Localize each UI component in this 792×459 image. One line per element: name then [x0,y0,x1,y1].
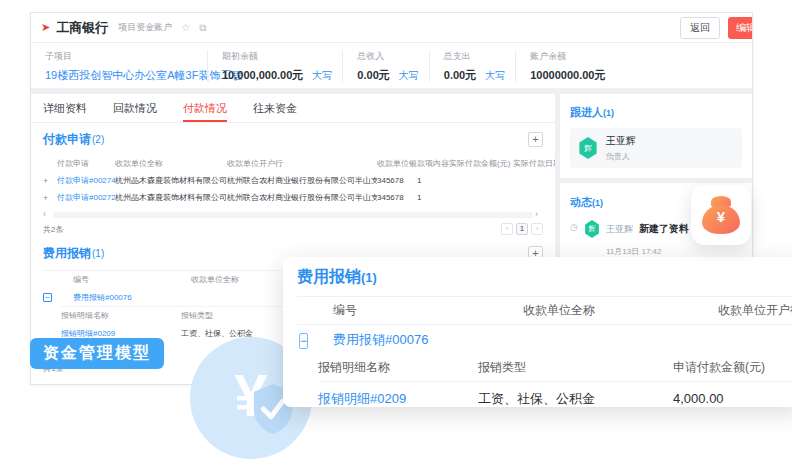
expand-column [43,155,57,172]
expense-link[interactable]: 费用报销#00076 [333,331,523,349]
cell-date [513,172,555,189]
section-count: (2) [92,134,104,145]
popup-table-header: 编号 收款单位全称 收款单位开户行 [297,296,792,325]
prev-page-button[interactable]: ‹ [501,223,513,235]
tab-fund-flows[interactable]: 往来资金 [253,94,297,122]
star-icon[interactable]: ☆ [181,22,190,33]
clock-icon: ◷ [570,222,584,257]
page-title: 工商银行 [56,19,108,37]
column-header: 收款单位全称 [523,297,718,324]
column-header: 编号 [333,297,523,324]
horizontal-scrollbar[interactable]: ‹ › [43,210,543,219]
detail-row: 报销明细#0209 工资、社保、公积金 4,000.00 [318,382,792,407]
summary-field-account-balance: 账户余额 10000000.00元 [515,50,615,82]
event-action: 新建了资料 [639,222,689,236]
avatar: 辉 [578,137,598,159]
share-icon[interactable]: ⧉ [199,22,206,34]
uppercase-link[interactable]: 大写 [485,70,505,81]
collapse-row-icon[interactable]: − [299,333,308,349]
total-income-value: 0.00元 [357,69,389,81]
column-header: 编号 [73,271,191,288]
add-payment-button[interactable]: + [528,132,543,147]
model-badge: 资金管理模型 [30,338,164,369]
column-header: 款项内容 [417,155,449,172]
page-number-button[interactable]: 1 [516,223,528,235]
summary-field-opening-balance: 期初余额 10,000,000.00元大写 [207,50,342,82]
payment-application-section: 付款申请 (2) + 付款申请 收款单位全称 收款单位开户行 收款单位银行账号 … [31,123,555,235]
payment-footer: 共2条 ‹ 1 › [43,223,543,235]
subproject-link[interactable]: 19楼西投创智中心办公室A幢3F装饰工程 [45,68,197,83]
scroll-left-icon[interactable]: ‹ [43,210,51,219]
expand-row-icon[interactable]: + [43,189,57,206]
field-label: 总支出 [444,50,505,63]
tab-payment-status[interactable]: 付款情况 [183,94,227,122]
follower-card[interactable]: 辉 王亚辉 负责人 [570,128,742,168]
expand-row-icon[interactable]: + [43,172,57,189]
scroll-right-icon[interactable]: › [535,210,543,219]
cell-content: 1 [417,172,449,189]
cell-content: 1 [417,189,449,206]
scrollbar-track[interactable] [53,212,533,218]
popup-count: (1) [361,270,377,285]
total-expense-value: 0.00元 [444,69,476,81]
column-header: 报销类型 [478,354,673,381]
column-header: 实际付款金额(元) [449,155,513,172]
section-header: 付款申请 (2) + [43,131,543,148]
column-header: 实际付款日期 [513,155,555,172]
column-header: 收款单位开户行 [718,297,792,324]
table-row: + 付款申请#00272 杭州晶木森鹿装饰材料有限公司 杭州联合农村商业银行股份… [43,189,543,206]
cell-account: 345678 [377,189,417,206]
event-line: 辉 王亚辉 新建了资料 [584,220,689,238]
edit-button[interactable]: 编辑 [728,17,753,39]
section-count: (1) [92,248,104,259]
uppercase-link[interactable]: 大写 [399,70,419,81]
column-header: 收款单位开户行 [227,155,377,172]
section-title: 付款申请 [43,131,91,148]
activity-title: 动态 [570,196,592,208]
column-header: 报销明细名称 [61,307,181,324]
tab-bar: 详细资料 回款情况 付款情况 往来资金 [31,94,555,123]
collapse-row-icon[interactable]: − [43,293,52,302]
field-label: 总收入 [357,50,418,63]
panel-divider [560,178,752,183]
back-button[interactable]: 返回 [680,17,720,39]
summary-field-total-income: 总收入 0.00元大写 [342,50,428,82]
cell-company: 杭州晶木森鹿装饰材料有限公司 [115,172,227,189]
section-title: 费用报销 [43,245,91,262]
cell-date [513,189,555,206]
follower-info: 王亚辉 负责人 [606,134,636,162]
column-header: 收款单位全称 [115,155,227,172]
payment-link[interactable]: 付款申请#00272 [57,189,115,206]
money-bag-float-button[interactable]: ¥ [691,185,751,245]
account-balance-value: 10000000.00元 [530,68,605,83]
field-label: 子项目 [45,50,197,63]
payment-table-header: 付款申请 收款单位全称 收款单位开户行 收款单位银行账号 款项内容 实际付款金额… [43,155,543,172]
cell-bank: 杭州联合农村商业银行股份有限公司半山支行 [227,189,377,206]
cell-company [191,289,285,306]
follower-name: 王亚辉 [606,134,636,148]
column-header: 收款单位全称 [191,271,285,288]
detail-link[interactable]: 报销明细#0209 [318,390,478,408]
cell-amount [449,172,513,189]
followers-title: 跟进人 [570,106,603,118]
cell-amount: 4,000.00 [673,391,792,406]
tab-collection-status[interactable]: 回款情况 [113,94,157,122]
event-body: 辉 王亚辉 新建了资料 11月13日 17:42 [584,220,689,257]
column-header: 报销明细名称 [318,354,478,381]
followers-count: (1) [603,108,614,118]
expense-link[interactable]: 费用报销#00076 [73,289,191,306]
page: ➤ 工商银行 项目资金账户 ☆ ⧉ 返回 编辑 子项目 19楼西投创智中心办公室… [0,0,792,459]
summary-field-total-expense: 总支出 0.00元大写 [429,50,515,82]
popup-title: 费用报销 [297,268,361,285]
field-value: 0.00元大写 [357,68,418,83]
cell-company: 杭州晶木森鹿装饰材料有限公司 [115,189,227,206]
next-page-button[interactable]: › [531,223,543,235]
uppercase-link[interactable]: 大写 [312,70,332,81]
cell-bank: 杭州联合农村商业银行股份有限公司半山支行 [227,172,377,189]
field-value: 0.00元大写 [444,68,505,83]
payment-link[interactable]: 付款申请#00274 [57,172,115,189]
activity-count: (1) [592,198,603,208]
opening-balance-value: 10,000,000.00元 [222,69,303,81]
field-value: 10,000,000.00元大写 [222,68,332,83]
tab-detail-info[interactable]: 详细资料 [43,94,87,122]
